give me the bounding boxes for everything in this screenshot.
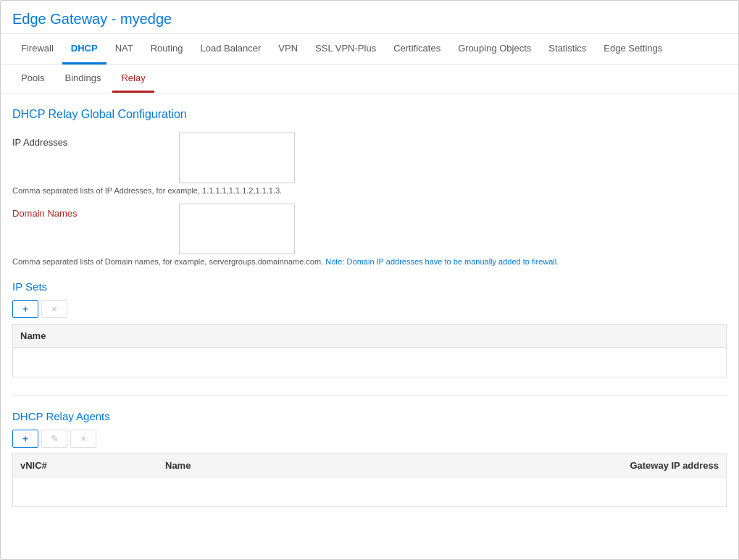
ip-addresses-input[interactable] — [179, 133, 295, 183]
ip-sets-delete-button[interactable]: × — [41, 300, 67, 318]
subnav-relay[interactable]: Relay — [112, 65, 154, 93]
subnav-bindings[interactable]: Bindings — [57, 65, 110, 93]
agents-edit-button[interactable]: ✎ — [41, 430, 67, 448]
page-title: Edge Gateway - myedge — [12, 11, 727, 28]
domain-names-hint: Comma separated lists of Domain names, f… — [12, 257, 727, 266]
agents-col-name-header: Name — [165, 460, 603, 471]
dhcp-relay-config-title: DHCP Relay Global Configuration — [12, 108, 727, 121]
ip-sets-table-header: Name — [13, 325, 726, 348]
dhcp-relay-agents-toolbar: + ✎ × — [12, 430, 727, 448]
nav-routing[interactable]: Routing — [142, 34, 192, 64]
sub-nav: Pools Bindings Relay — [1, 65, 738, 93]
dhcp-relay-agents-title: DHCP Relay Agents — [12, 410, 727, 422]
ip-addresses-row: IP Addresses — [12, 133, 727, 183]
nav-ssl-vpn-plus[interactable]: SSL VPN-Plus — [306, 34, 385, 64]
nav-dhcp[interactable]: DHCP — [62, 34, 107, 64]
nav-load-balancer[interactable]: Load Balancer — [192, 34, 270, 64]
agents-delete-button[interactable]: × — [70, 430, 96, 448]
main-window: Edge Gateway - myedge Firewall DHCP NAT … — [0, 0, 739, 560]
ip-addresses-hint: Comma separated lists of IP Addresses, f… — [12, 186, 727, 195]
subnav-pools[interactable]: Pools — [12, 65, 54, 93]
main-nav: Firewall DHCP NAT Routing Load Balancer … — [1, 34, 738, 65]
ip-sets-title: IP Sets — [12, 280, 727, 293]
domain-names-label: Domain Names — [12, 204, 179, 219]
nav-edge-settings[interactable]: Edge Settings — [595, 34, 671, 64]
title-bar: Edge Gateway - myedge — [1, 1, 738, 34]
nav-nat[interactable]: NAT — [107, 34, 142, 64]
nav-grouping-objects[interactable]: Grouping Objects — [449, 34, 540, 64]
ip-addresses-label: IP Addresses — [12, 133, 179, 148]
agents-add-button[interactable]: + — [12, 430, 38, 448]
nav-statistics[interactable]: Statistics — [540, 34, 595, 64]
agents-table-header: vNIC# Name Gateway IP address — [13, 454, 726, 477]
domain-names-row: Domain Names — [12, 204, 727, 254]
nav-firewall[interactable]: Firewall — [12, 34, 62, 64]
content-area: DHCP Relay Global Configuration IP Addre… — [1, 93, 738, 559]
ip-sets-toolbar: + × — [12, 300, 727, 318]
ip-sets-table: Name — [12, 324, 727, 377]
agents-col-gw-header: Gateway IP address — [603, 460, 719, 471]
agents-table-body — [13, 477, 726, 506]
nav-certificates[interactable]: Certificates — [385, 34, 449, 64]
agents-col-vnic-header: vNIC# — [20, 460, 165, 471]
section-divider — [12, 395, 727, 396]
domain-names-input[interactable] — [179, 204, 295, 254]
nav-vpn[interactable]: VPN — [270, 34, 306, 64]
ip-sets-add-button[interactable]: + — [12, 300, 38, 318]
ip-sets-table-body — [13, 348, 726, 377]
agents-table: vNIC# Name Gateway IP address — [12, 454, 727, 507]
